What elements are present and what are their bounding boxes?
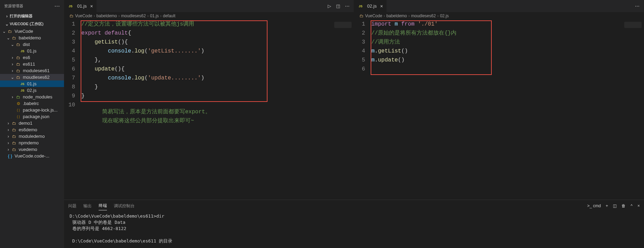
tree-item-es6demo[interactable]: ›🗀es6demo xyxy=(0,126,64,133)
tree-item-demo1[interactable]: ›🗀demo1 xyxy=(0,120,64,126)
tree-item-label: es6demo xyxy=(19,127,37,132)
close-icon[interactable]: × xyxy=(380,3,383,9)
tree-item-moudleses62[interactable]: ⌄🗀moudleses62 xyxy=(0,74,64,80)
tree-item-node_modules[interactable]: ›🗀node_modules xyxy=(0,94,64,100)
tree-item-02js[interactable]: JS02.js xyxy=(0,87,64,94)
tree-item-vuedemo[interactable]: ›🗀vuedemo xyxy=(0,146,64,153)
tree-item-label: package.json xyxy=(23,114,49,119)
breadcrumb-segment[interactable]: 01.js xyxy=(150,13,158,18)
trash-icon[interactable]: 🗑 xyxy=(622,203,626,208)
folder-icon: 🗀 xyxy=(7,29,13,34)
js-icon: JS xyxy=(19,89,26,92)
folder-icon: 🗀 xyxy=(11,121,17,126)
folder-icon: 🗀 xyxy=(15,68,21,73)
tab-01js[interactable]: JS 01.js × xyxy=(64,0,97,12)
js-icon: JS xyxy=(19,82,26,86)
breadcrumb-right[interactable]: 🗀VueCode › babeldemo › moudleses62 › 02.… xyxy=(354,12,644,20)
tab-debug[interactable]: 调试控制台 xyxy=(114,202,135,210)
more-icon[interactable]: ⋯ xyxy=(635,3,640,9)
js-icon: JS xyxy=(19,49,26,53)
tab-02js[interactable]: JS 02.js × xyxy=(354,0,387,12)
run-icon[interactable]: ▷ xyxy=(328,3,331,9)
breadcrumb-segment[interactable]: moudleses62 xyxy=(411,13,436,18)
tree-item-dist[interactable]: ⌄🗀dist xyxy=(0,41,64,48)
folder-icon: 🗀 xyxy=(11,36,17,40)
json-icon: { } xyxy=(15,108,21,112)
tree-item-es611[interactable]: ›🗀es611 xyxy=(0,61,64,67)
folder-icon: 🗀 xyxy=(15,42,21,47)
tree-item-es6[interactable]: ›🗀es6 xyxy=(0,54,64,61)
tree-item-moduleses61[interactable]: ›🗀moduleses61 xyxy=(0,67,64,74)
breadcrumb-segment[interactable]: VueCode xyxy=(365,13,382,18)
breadcrumb-segment[interactable]: VueCode xyxy=(75,13,92,18)
tab-problems[interactable]: 问题 xyxy=(68,202,76,210)
tree-item-label: node_modules xyxy=(23,94,52,99)
minimap[interactable] xyxy=(333,20,354,200)
tree-item-label: es611 xyxy=(23,61,35,67)
new-terminal-icon[interactable]: + xyxy=(606,203,608,208)
tabs-bar-left: JS 01.js × ▷ ◫ ⋯ xyxy=(64,0,354,12)
folder-icon: 🗀 xyxy=(11,141,17,145)
file-tree: ⌄🗀VueCode⌄🗀babeldemo⌄🗀distJS01.js›🗀es6›🗀… xyxy=(0,28,64,248)
workspace-section[interactable]: ⌄ VUECODE (工作区) xyxy=(0,20,64,28)
tree-item-packagejson[interactable]: { }package.json xyxy=(0,113,64,120)
folder-icon: 🗀 xyxy=(15,75,21,80)
tree-item-packagelockjs[interactable]: { }package-lock.js... xyxy=(0,107,64,113)
minimap[interactable] xyxy=(623,20,644,200)
tree-item-label: VueCode xyxy=(15,29,33,34)
tree-item-npmdemo[interactable]: ›🗀npmdemo xyxy=(0,140,64,146)
tree-item-01js[interactable]: JS01.js xyxy=(0,48,64,54)
tree-item-babelrc[interactable]: ⚙.babelrc xyxy=(0,100,64,107)
maximize-icon[interactable]: ^ xyxy=(631,203,633,208)
tree-item-label: demo1 xyxy=(19,121,33,126)
tree-item-label: moduledemo xyxy=(19,134,45,139)
tree-item-babeldemo[interactable]: ⌄🗀babeldemo xyxy=(0,35,64,41)
tree-item-label: babeldemo xyxy=(19,35,41,40)
tree-item-label: moduleses61 xyxy=(23,68,49,73)
split-icon[interactable]: ◫ xyxy=(336,3,340,9)
js-icon: JS xyxy=(67,4,74,8)
terminal-output[interactable]: D:\Code\VueCode\babeldemo\es611>dir 驱动器 … xyxy=(64,212,644,248)
annotation-text: 简易写法，原本是方法前面都要写export。 xyxy=(81,107,333,116)
explorer-sidebar: 资源管理器 ⋯ › 打开的编辑器 ⌄ VUECODE (工作区) ⌄🗀VueCo… xyxy=(0,0,64,248)
tab-terminal[interactable]: 终端 xyxy=(99,201,107,210)
tree-item-label: 01.js xyxy=(27,81,36,86)
editor-content-right[interactable]: 123456 import m from './01'//原始的是将所有方法都放… xyxy=(354,20,644,200)
config-icon: ⚙ xyxy=(15,101,21,106)
shell-selector[interactable]: >_ cmd xyxy=(587,203,601,208)
folder-icon: 🗀 xyxy=(11,127,17,132)
explorer-more-icon[interactable]: ⋯ xyxy=(54,3,60,9)
folder-icon: 🗀 xyxy=(70,13,74,18)
tree-item-VueCodecode[interactable]: { }VueCode.code-... xyxy=(0,153,64,159)
explorer-title: 资源管理器 xyxy=(4,3,23,9)
folder-icon: 🗀 xyxy=(360,13,364,18)
tree-item-label: npmdemo xyxy=(19,140,39,145)
more-icon[interactable]: ⋯ xyxy=(345,3,350,9)
tree-item-01js[interactable]: JS01.js xyxy=(0,80,64,87)
close-icon[interactable]: × xyxy=(90,3,93,9)
breadcrumb-segment[interactable]: moudleses62 xyxy=(121,13,146,18)
tab-output[interactable]: 输出 xyxy=(83,202,92,210)
editor-pane-right: JS 02.js × ⋯ 🗀VueCode › babeldemo › moud… xyxy=(354,0,644,200)
tree-item-label: vuedemo xyxy=(19,147,37,152)
tree-item-label: 01.js xyxy=(27,48,36,54)
tree-item-label: package-lock.js... xyxy=(23,107,57,113)
editor-content-left[interactable]: 12345678910 //定义方法，设置哪些方法可以被其他js调用export… xyxy=(64,20,354,200)
breadcrumb-segment[interactable]: default xyxy=(163,13,175,18)
breadcrumb-left[interactable]: 🗀VueCode › babeldemo › moudleses62 › 01.… xyxy=(64,12,354,20)
tree-item-VueCode[interactable]: ⌄🗀VueCode xyxy=(0,28,64,35)
close-panel-icon[interactable]: × xyxy=(637,203,640,208)
terminal-panel: 问题 输出 终端 调试控制台 >_ cmd + ◫ 🗑 ^ × D:\Code\… xyxy=(64,200,644,248)
tree-item-label: moudleses62 xyxy=(23,75,49,80)
folder-icon: 🗀 xyxy=(15,62,21,67)
breadcrumb-segment[interactable]: 02.js xyxy=(440,13,448,18)
tree-item-moduledemo[interactable]: ›🗀moduledemo xyxy=(0,133,64,140)
tree-item-label: 02.js xyxy=(27,88,36,93)
breadcrumb-segment[interactable]: babeldemo xyxy=(97,13,117,18)
open-editors-section[interactable]: › 打开的编辑器 xyxy=(0,12,64,20)
editor-pane-left: JS 01.js × ▷ ◫ ⋯ 🗀VueCode › babeldemo › … xyxy=(64,0,354,200)
split-terminal-icon[interactable]: ◫ xyxy=(613,203,617,208)
folder-icon: 🗀 xyxy=(11,134,17,139)
breadcrumb-segment[interactable]: babeldemo xyxy=(387,13,407,18)
folder-icon: 🗀 xyxy=(15,95,21,99)
